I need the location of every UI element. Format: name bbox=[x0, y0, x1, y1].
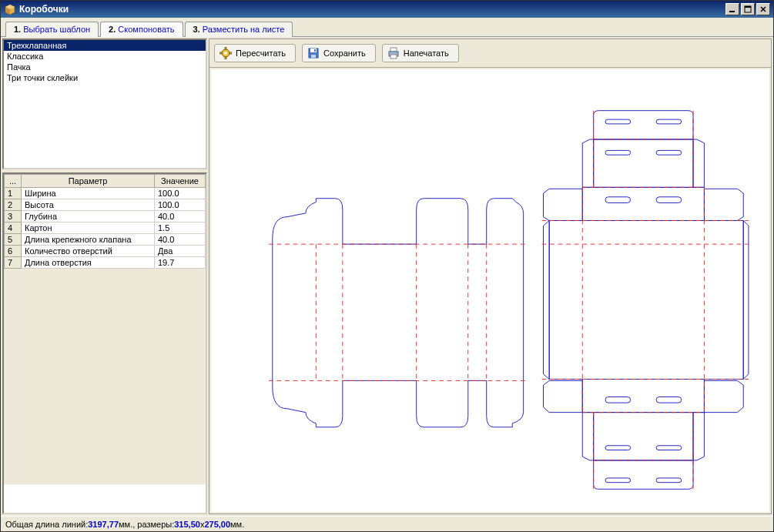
window-title: Коробочки bbox=[19, 4, 725, 15]
minimize-button[interactable] bbox=[725, 3, 739, 15]
table-row[interactable]: 3Глубина40.0 bbox=[5, 211, 206, 223]
param-value[interactable]: 19.7 bbox=[155, 257, 206, 269]
svg-rect-16 bbox=[311, 55, 316, 58]
table-filler bbox=[4, 269, 206, 484]
svg-rect-34 bbox=[605, 197, 631, 203]
content-panel: Пересчитать Сохранить bbox=[209, 38, 772, 514]
status-label: мм., размеры: bbox=[119, 520, 174, 529]
drawing-canvas[interactable] bbox=[211, 69, 769, 512]
status-height: 275,00 bbox=[204, 520, 230, 529]
svg-rect-39 bbox=[656, 150, 682, 155]
svg-rect-17 bbox=[314, 49, 316, 52]
tabbar: 1. Выбрать шаблон 2. Скомпоновать 3. Раз… bbox=[1, 18, 773, 37]
param-name: Количество отверстий bbox=[22, 246, 155, 257]
status-length: 3197,77 bbox=[88, 520, 119, 529]
template-item[interactable]: Классика bbox=[4, 51, 206, 62]
button-label: Напечатать bbox=[404, 49, 449, 58]
param-name: Глубина bbox=[22, 211, 155, 223]
row-index: 1 bbox=[5, 188, 22, 199]
param-value[interactable]: 40.0 bbox=[155, 234, 206, 246]
button-label: Пересчитать bbox=[236, 49, 286, 58]
svg-rect-40 bbox=[605, 446, 631, 450]
svg-rect-45 bbox=[656, 119, 682, 124]
box-layout-svg bbox=[211, 69, 769, 512]
param-name: Длина крепежного клапана bbox=[22, 234, 155, 246]
template-item[interactable]: Трехклапанная bbox=[4, 40, 206, 51]
template-list[interactable]: Трехклапанная Классика Пачка Три точки с… bbox=[2, 38, 207, 169]
tab-place-on-sheet[interactable]: 3. Разместить на листе bbox=[185, 22, 293, 37]
table-row[interactable]: 5Длина крепежного клапана40.0 bbox=[5, 234, 206, 246]
param-name: Высота bbox=[22, 199, 155, 211]
app-icon bbox=[4, 3, 16, 15]
maximize-button[interactable] bbox=[741, 3, 755, 15]
row-index: 4 bbox=[5, 223, 22, 234]
param-value[interactable]: Два bbox=[155, 246, 206, 257]
param-name: Ширина bbox=[22, 188, 155, 199]
table-row[interactable]: 1Ширина100.0 bbox=[5, 188, 206, 199]
template-item[interactable]: Пачка bbox=[4, 62, 206, 72]
param-name: Длина отверстия bbox=[22, 257, 155, 269]
svg-rect-18 bbox=[390, 48, 397, 52]
svg-rect-11 bbox=[225, 57, 226, 59]
printer-icon bbox=[387, 47, 400, 59]
param-value[interactable]: 40.0 bbox=[155, 211, 206, 223]
button-label: Сохранить bbox=[323, 49, 366, 58]
sidebar: Трехклапанная Классика Пачка Три точки с… bbox=[2, 38, 207, 514]
row-index: 5 bbox=[5, 234, 22, 246]
table-row[interactable]: 7Длина отверстия19.7 bbox=[5, 257, 206, 269]
svg-rect-30 bbox=[582, 187, 704, 220]
svg-rect-20 bbox=[390, 55, 397, 59]
row-index: 2 bbox=[5, 199, 22, 211]
svg-point-9 bbox=[224, 52, 227, 55]
svg-rect-38 bbox=[605, 150, 631, 155]
svg-rect-10 bbox=[225, 47, 226, 49]
svg-rect-44 bbox=[605, 119, 631, 124]
save-button[interactable]: Сохранить bbox=[302, 44, 376, 62]
floppy-icon bbox=[307, 47, 320, 59]
main-area: Трехклапанная Классика Пачка Три точки с… bbox=[1, 37, 773, 516]
toolbar: Пересчитать Сохранить bbox=[209, 39, 771, 68]
param-value[interactable]: 1.5 bbox=[155, 223, 206, 234]
status-width: 315,50 bbox=[174, 520, 200, 529]
recalculate-button[interactable]: Пересчитать bbox=[214, 44, 296, 62]
table-row[interactable]: 4Картон1.5 bbox=[5, 223, 206, 234]
svg-point-21 bbox=[396, 52, 397, 54]
param-value[interactable]: 100.0 bbox=[155, 188, 206, 199]
svg-rect-29 bbox=[594, 139, 693, 187]
svg-rect-42 bbox=[605, 478, 631, 483]
parameter-table: ... Параметр Значение 1Ширина100.02Высот… bbox=[2, 172, 207, 514]
svg-rect-12 bbox=[219, 52, 222, 54]
tab-select-template[interactable]: 1. Выбрать шаблон bbox=[5, 22, 99, 37]
template-item[interactable]: Три точки склейки bbox=[4, 72, 206, 83]
print-button[interactable]: Напечатать bbox=[382, 44, 459, 62]
svg-rect-35 bbox=[656, 197, 682, 203]
table-row[interactable]: 6Количество отверстийДва bbox=[5, 246, 206, 257]
status-label: Общая длина линий: bbox=[5, 520, 88, 529]
param-value[interactable]: 100.0 bbox=[155, 199, 206, 211]
svg-rect-41 bbox=[656, 446, 682, 450]
svg-rect-37 bbox=[656, 397, 682, 403]
row-index: 7 bbox=[5, 257, 22, 269]
svg-rect-32 bbox=[582, 380, 704, 413]
svg-rect-43 bbox=[656, 478, 682, 483]
col-value[interactable]: Значение bbox=[155, 175, 206, 188]
svg-rect-33 bbox=[594, 413, 693, 460]
tab-compose[interactable]: 2. Скомпоновать bbox=[100, 22, 183, 37]
col-idx[interactable]: ... bbox=[5, 175, 22, 188]
row-index: 6 bbox=[5, 246, 22, 257]
gear-icon bbox=[219, 47, 232, 59]
window-buttons bbox=[725, 3, 770, 15]
titlebar: Коробочки bbox=[1, 1, 773, 18]
status-label: мм. bbox=[230, 520, 244, 529]
param-name: Картон bbox=[22, 223, 155, 234]
statusbar: Общая длина линий: 3197,77 мм., размеры:… bbox=[1, 516, 773, 531]
svg-rect-13 bbox=[230, 52, 232, 54]
close-button[interactable] bbox=[756, 3, 770, 15]
col-name[interactable]: Параметр bbox=[22, 175, 155, 188]
row-index: 3 bbox=[5, 211, 22, 223]
table-row[interactable]: 2Высота100.0 bbox=[5, 199, 206, 211]
svg-rect-36 bbox=[605, 397, 631, 403]
